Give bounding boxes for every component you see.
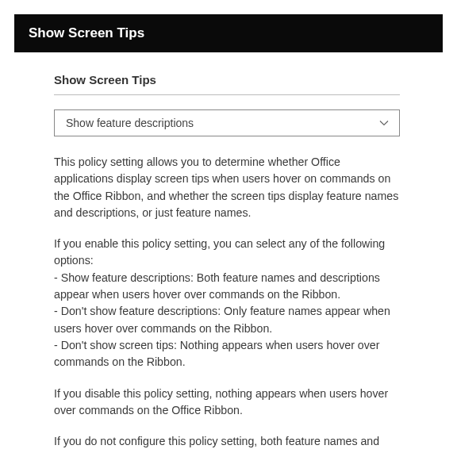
scroll-area[interactable]: Show Screen Tips Show feature descriptio…: [14, 52, 443, 453]
description-notconfig: If you do not configure this policy sett…: [54, 433, 400, 453]
screen-tips-dropdown[interactable]: Show feature descriptions: [54, 109, 400, 136]
enable-lead: If you enable this policy setting, you c…: [54, 236, 400, 270]
dialog-title: Show Screen Tips: [29, 25, 144, 40]
section-title: Show Screen Tips: [54, 73, 400, 95]
dialog-header: Show Screen Tips: [14, 14, 443, 52]
dialog-frame: Show Screen Tips Show Screen Tips Show f…: [0, 0, 457, 476]
dropdown-selected-label: Show feature descriptions: [66, 117, 194, 129]
description-intro: This policy setting allows you to determ…: [54, 154, 400, 221]
chevron-down-icon: [378, 117, 390, 129]
description-enable-block: If you enable this policy setting, you c…: [54, 236, 400, 370]
content-body: Show Screen Tips Show feature descriptio…: [14, 52, 440, 453]
dropdown-row: Show feature descriptions: [54, 109, 400, 136]
option-line: - Don't show screen tips: Nothing appear…: [54, 337, 400, 371]
option-line: - Show feature descriptions: Both featur…: [54, 270, 400, 304]
description-disable: If you disable this policy setting, noth…: [54, 386, 400, 420]
option-line: - Don't show feature descriptions: Only …: [54, 303, 400, 337]
